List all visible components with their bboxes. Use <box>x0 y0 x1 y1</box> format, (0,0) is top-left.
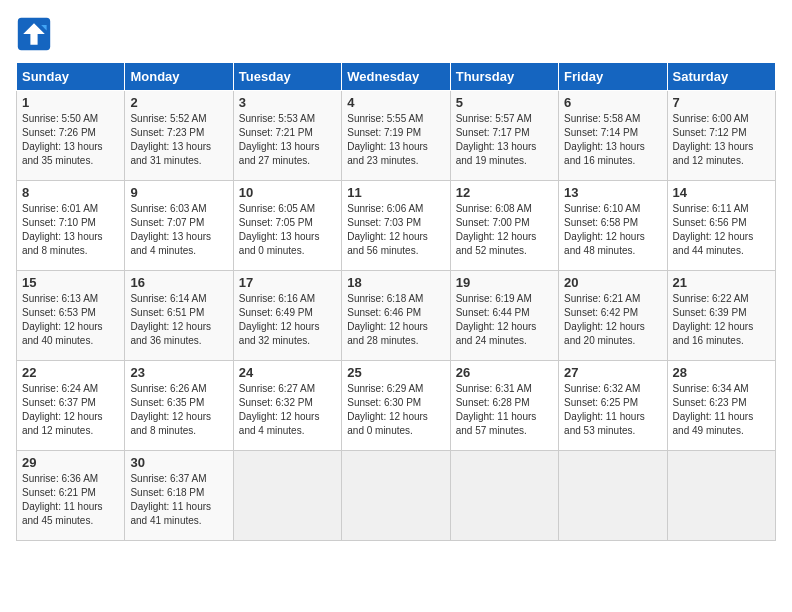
day-info: Sunrise: 6:37 AM Sunset: 6:18 PM Dayligh… <box>130 472 227 528</box>
calendar-cell: 23Sunrise: 6:26 AM Sunset: 6:35 PM Dayli… <box>125 361 233 451</box>
day-number: 6 <box>564 95 661 110</box>
calendar-cell: 8Sunrise: 6:01 AM Sunset: 7:10 PM Daylig… <box>17 181 125 271</box>
day-number: 12 <box>456 185 553 200</box>
day-number: 5 <box>456 95 553 110</box>
day-number: 20 <box>564 275 661 290</box>
calendar-cell: 17Sunrise: 6:16 AM Sunset: 6:49 PM Dayli… <box>233 271 341 361</box>
calendar-cell: 24Sunrise: 6:27 AM Sunset: 6:32 PM Dayli… <box>233 361 341 451</box>
day-info: Sunrise: 6:10 AM Sunset: 6:58 PM Dayligh… <box>564 202 661 258</box>
calendar-cell: 11Sunrise: 6:06 AM Sunset: 7:03 PM Dayli… <box>342 181 450 271</box>
day-number: 29 <box>22 455 119 470</box>
day-number: 18 <box>347 275 444 290</box>
calendar-cell: 14Sunrise: 6:11 AM Sunset: 6:56 PM Dayli… <box>667 181 775 271</box>
calendar-week-0: 1Sunrise: 5:50 AM Sunset: 7:26 PM Daylig… <box>17 91 776 181</box>
calendar-cell <box>450 451 558 541</box>
day-info: Sunrise: 6:00 AM Sunset: 7:12 PM Dayligh… <box>673 112 770 168</box>
day-number: 26 <box>456 365 553 380</box>
logo-icon <box>16 16 52 52</box>
day-number: 30 <box>130 455 227 470</box>
calendar-cell: 20Sunrise: 6:21 AM Sunset: 6:42 PM Dayli… <box>559 271 667 361</box>
weekday-header-friday: Friday <box>559 63 667 91</box>
day-info: Sunrise: 6:22 AM Sunset: 6:39 PM Dayligh… <box>673 292 770 348</box>
day-info: Sunrise: 6:06 AM Sunset: 7:03 PM Dayligh… <box>347 202 444 258</box>
day-info: Sunrise: 5:50 AM Sunset: 7:26 PM Dayligh… <box>22 112 119 168</box>
calendar-cell <box>342 451 450 541</box>
calendar-cell: 15Sunrise: 6:13 AM Sunset: 6:53 PM Dayli… <box>17 271 125 361</box>
day-info: Sunrise: 6:11 AM Sunset: 6:56 PM Dayligh… <box>673 202 770 258</box>
day-number: 10 <box>239 185 336 200</box>
calendar-cell: 19Sunrise: 6:19 AM Sunset: 6:44 PM Dayli… <box>450 271 558 361</box>
calendar-cell: 25Sunrise: 6:29 AM Sunset: 6:30 PM Dayli… <box>342 361 450 451</box>
day-info: Sunrise: 6:18 AM Sunset: 6:46 PM Dayligh… <box>347 292 444 348</box>
weekday-header-saturday: Saturday <box>667 63 775 91</box>
calendar-cell: 9Sunrise: 6:03 AM Sunset: 7:07 PM Daylig… <box>125 181 233 271</box>
calendar-cell: 3Sunrise: 5:53 AM Sunset: 7:21 PM Daylig… <box>233 91 341 181</box>
day-info: Sunrise: 6:29 AM Sunset: 6:30 PM Dayligh… <box>347 382 444 438</box>
day-number: 21 <box>673 275 770 290</box>
day-info: Sunrise: 6:13 AM Sunset: 6:53 PM Dayligh… <box>22 292 119 348</box>
day-info: Sunrise: 6:32 AM Sunset: 6:25 PM Dayligh… <box>564 382 661 438</box>
day-info: Sunrise: 5:58 AM Sunset: 7:14 PM Dayligh… <box>564 112 661 168</box>
calendar-week-3: 22Sunrise: 6:24 AM Sunset: 6:37 PM Dayli… <box>17 361 776 451</box>
day-number: 11 <box>347 185 444 200</box>
calendar-cell <box>559 451 667 541</box>
calendar-cell: 29Sunrise: 6:36 AM Sunset: 6:21 PM Dayli… <box>17 451 125 541</box>
day-info: Sunrise: 6:31 AM Sunset: 6:28 PM Dayligh… <box>456 382 553 438</box>
day-number: 17 <box>239 275 336 290</box>
calendar-cell: 16Sunrise: 6:14 AM Sunset: 6:51 PM Dayli… <box>125 271 233 361</box>
calendar-table: SundayMondayTuesdayWednesdayThursdayFrid… <box>16 62 776 541</box>
calendar-week-2: 15Sunrise: 6:13 AM Sunset: 6:53 PM Dayli… <box>17 271 776 361</box>
day-info: Sunrise: 6:27 AM Sunset: 6:32 PM Dayligh… <box>239 382 336 438</box>
calendar-cell: 12Sunrise: 6:08 AM Sunset: 7:00 PM Dayli… <box>450 181 558 271</box>
calendar-cell: 7Sunrise: 6:00 AM Sunset: 7:12 PM Daylig… <box>667 91 775 181</box>
calendar-cell: 2Sunrise: 5:52 AM Sunset: 7:23 PM Daylig… <box>125 91 233 181</box>
day-info: Sunrise: 5:52 AM Sunset: 7:23 PM Dayligh… <box>130 112 227 168</box>
page-header <box>16 16 776 52</box>
day-info: Sunrise: 5:53 AM Sunset: 7:21 PM Dayligh… <box>239 112 336 168</box>
day-number: 9 <box>130 185 227 200</box>
day-info: Sunrise: 6:36 AM Sunset: 6:21 PM Dayligh… <box>22 472 119 528</box>
weekday-row: SundayMondayTuesdayWednesdayThursdayFrid… <box>17 63 776 91</box>
day-number: 4 <box>347 95 444 110</box>
day-info: Sunrise: 6:08 AM Sunset: 7:00 PM Dayligh… <box>456 202 553 258</box>
day-info: Sunrise: 5:57 AM Sunset: 7:17 PM Dayligh… <box>456 112 553 168</box>
day-number: 28 <box>673 365 770 380</box>
day-number: 15 <box>22 275 119 290</box>
day-number: 1 <box>22 95 119 110</box>
day-number: 25 <box>347 365 444 380</box>
day-number: 19 <box>456 275 553 290</box>
weekday-header-thursday: Thursday <box>450 63 558 91</box>
day-number: 8 <box>22 185 119 200</box>
day-number: 27 <box>564 365 661 380</box>
day-info: Sunrise: 6:21 AM Sunset: 6:42 PM Dayligh… <box>564 292 661 348</box>
calendar-cell: 5Sunrise: 5:57 AM Sunset: 7:17 PM Daylig… <box>450 91 558 181</box>
weekday-header-sunday: Sunday <box>17 63 125 91</box>
calendar-week-1: 8Sunrise: 6:01 AM Sunset: 7:10 PM Daylig… <box>17 181 776 271</box>
day-info: Sunrise: 6:19 AM Sunset: 6:44 PM Dayligh… <box>456 292 553 348</box>
day-number: 23 <box>130 365 227 380</box>
calendar-cell: 22Sunrise: 6:24 AM Sunset: 6:37 PM Dayli… <box>17 361 125 451</box>
calendar-cell: 21Sunrise: 6:22 AM Sunset: 6:39 PM Dayli… <box>667 271 775 361</box>
day-number: 3 <box>239 95 336 110</box>
day-info: Sunrise: 5:55 AM Sunset: 7:19 PM Dayligh… <box>347 112 444 168</box>
calendar-cell: 26Sunrise: 6:31 AM Sunset: 6:28 PM Dayli… <box>450 361 558 451</box>
weekday-header-monday: Monday <box>125 63 233 91</box>
day-info: Sunrise: 6:01 AM Sunset: 7:10 PM Dayligh… <box>22 202 119 258</box>
calendar-cell: 6Sunrise: 5:58 AM Sunset: 7:14 PM Daylig… <box>559 91 667 181</box>
calendar-cell <box>667 451 775 541</box>
day-number: 24 <box>239 365 336 380</box>
calendar-cell: 28Sunrise: 6:34 AM Sunset: 6:23 PM Dayli… <box>667 361 775 451</box>
day-info: Sunrise: 6:26 AM Sunset: 6:35 PM Dayligh… <box>130 382 227 438</box>
day-info: Sunrise: 6:03 AM Sunset: 7:07 PM Dayligh… <box>130 202 227 258</box>
day-number: 2 <box>130 95 227 110</box>
calendar-body: 1Sunrise: 5:50 AM Sunset: 7:26 PM Daylig… <box>17 91 776 541</box>
day-number: 16 <box>130 275 227 290</box>
calendar-cell: 18Sunrise: 6:18 AM Sunset: 6:46 PM Dayli… <box>342 271 450 361</box>
day-number: 22 <box>22 365 119 380</box>
day-number: 7 <box>673 95 770 110</box>
weekday-header-tuesday: Tuesday <box>233 63 341 91</box>
calendar-cell <box>233 451 341 541</box>
calendar-cell: 10Sunrise: 6:05 AM Sunset: 7:05 PM Dayli… <box>233 181 341 271</box>
day-info: Sunrise: 6:34 AM Sunset: 6:23 PM Dayligh… <box>673 382 770 438</box>
weekday-header-wednesday: Wednesday <box>342 63 450 91</box>
